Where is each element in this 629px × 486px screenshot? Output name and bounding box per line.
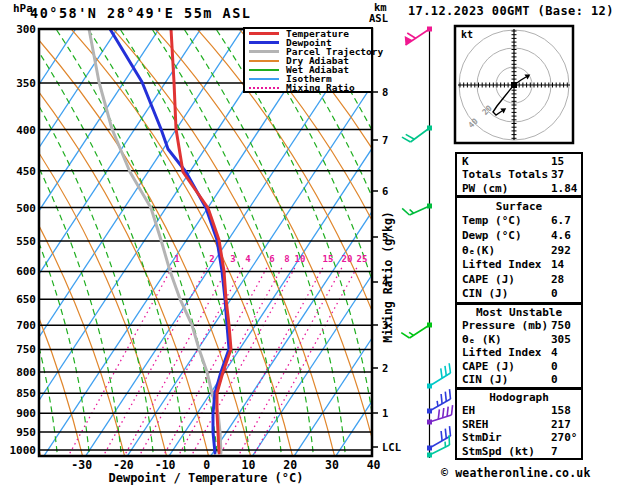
stat-label: PW (cm) bbox=[462, 182, 508, 195]
station-title: 40°58'N 28°49'E 55m ASL bbox=[30, 5, 251, 21]
stat-value: 158 bbox=[551, 404, 571, 417]
stat-row: θₑ (K)305 bbox=[457, 333, 581, 346]
legend: TemperatureDewpointParcel TrajectoryDry … bbox=[243, 27, 373, 93]
mixing-ratio-value-label: 6 bbox=[269, 254, 274, 264]
stat-row: StmDir270° bbox=[457, 431, 581, 444]
legend-item: Mixing Ratio bbox=[245, 83, 371, 92]
stat-value: 4.6 bbox=[551, 229, 571, 242]
stat-row: Temp (°C)6.7 bbox=[457, 214, 581, 227]
stat-value: 217 bbox=[551, 418, 571, 431]
stat-row: K15 bbox=[457, 155, 581, 168]
legend-swatch-dewpoint bbox=[249, 41, 279, 44]
stat-label: θₑ (K) bbox=[462, 333, 502, 346]
stat-label: Temp (°C) bbox=[462, 214, 522, 227]
stat-value: 4 bbox=[551, 346, 558, 359]
temperature-tick-label: -30 bbox=[71, 458, 92, 472]
pressure-tick-label: 700 bbox=[16, 319, 36, 332]
hodograph-unit-label: kt bbox=[461, 29, 473, 40]
stat-box-title: Surface bbox=[457, 200, 581, 213]
stat-box-hodograph: HodographEH158SREH217StmDir270°StmSpd (k… bbox=[455, 388, 583, 460]
stat-label: Dewp (°C) bbox=[462, 229, 522, 242]
stat-row: Pressure (mb)750 bbox=[457, 319, 581, 332]
stat-value: 270° bbox=[551, 431, 578, 444]
pressure-tick-label: 650 bbox=[16, 293, 36, 306]
legend-swatch-dry-adiabat bbox=[249, 60, 279, 62]
pressure-tick-label: 300 bbox=[16, 23, 36, 36]
stat-label: Totals Totals bbox=[462, 168, 548, 181]
temperature-tick-label: 10 bbox=[242, 458, 256, 472]
stat-value: 28 bbox=[551, 273, 564, 286]
pressure-tick-label: 1000 bbox=[10, 444, 37, 457]
stat-value: 305 bbox=[551, 333, 571, 346]
stat-label: Lifted Index bbox=[462, 258, 541, 271]
stat-label: StmSpd (kt) bbox=[462, 445, 535, 458]
legend-swatch-isotherm bbox=[249, 78, 279, 80]
skewt-chart-page: 3003504004505005506006507007508008509009… bbox=[0, 0, 629, 486]
pressure-tick-label: 400 bbox=[16, 124, 36, 137]
stat-row: StmSpd (kt)7 bbox=[457, 445, 581, 458]
copyright: © weatheronline.co.uk bbox=[441, 466, 591, 480]
mixing-ratio-value-label: 2 bbox=[209, 254, 214, 264]
temperature-tick-label: 20 bbox=[283, 458, 297, 472]
stat-row: CAPE (J)0 bbox=[457, 360, 581, 373]
stat-row: CIN (J)0 bbox=[457, 287, 581, 300]
legend-swatch-parcel-trajectory bbox=[249, 50, 279, 53]
x-axis-label: Dewpoint / Temperature (°C) bbox=[108, 471, 303, 485]
wind-barb bbox=[427, 363, 451, 388]
pressure-tick-label: 550 bbox=[16, 235, 36, 248]
stat-value: 37 bbox=[551, 168, 564, 181]
stat-label: SREH bbox=[462, 418, 489, 431]
temperature-tick-label: -10 bbox=[155, 458, 176, 472]
km-tick-label: 8 bbox=[382, 86, 388, 98]
lcl-label: LCL bbox=[382, 441, 401, 453]
mixing-ratio-value-label: 25 bbox=[357, 254, 368, 264]
stat-value: 750 bbox=[551, 319, 571, 332]
km-tick-label: 6 bbox=[382, 185, 388, 197]
stat-label: K bbox=[462, 155, 469, 168]
mixing-ratio-value-label: 3 bbox=[230, 254, 235, 264]
km-tick-label: 2 bbox=[382, 362, 388, 374]
stat-box-title: Most Unstable bbox=[457, 306, 581, 319]
legend-label: Mixing Ratio bbox=[286, 83, 355, 92]
stat-row: PW (cm)1.84 bbox=[457, 182, 581, 195]
stat-label: Pressure (mb) bbox=[462, 319, 548, 332]
mixing-ratio-value-label: 4 bbox=[245, 254, 251, 264]
stat-value: 0 bbox=[551, 360, 558, 373]
pressure-tick-label: 800 bbox=[16, 366, 36, 379]
stat-row: Lifted Index4 bbox=[457, 346, 581, 359]
mixing-ratio-value-label: 8 bbox=[284, 254, 289, 264]
pressure-tick-label: 450 bbox=[16, 165, 36, 178]
wind-barb bbox=[402, 204, 432, 216]
mixing-ratio-value-label: 15 bbox=[323, 254, 334, 264]
stat-label: EH bbox=[462, 404, 475, 417]
pressure-tick-label: 900 bbox=[16, 407, 36, 420]
stat-label: StmDir bbox=[462, 431, 502, 444]
stat-label: CAPE (J) bbox=[462, 273, 515, 286]
mixing-ratio-value-label: 20 bbox=[342, 254, 353, 264]
stat-row: CIN (J)0 bbox=[457, 373, 581, 386]
legend-swatch-mixing-ratio bbox=[249, 87, 279, 89]
stat-row: CAPE (J)28 bbox=[457, 273, 581, 286]
stat-box-surface: SurfaceTemp (°C)6.7Dewp (°C)4.6θₑ(K)292L… bbox=[455, 196, 583, 304]
stat-row: EH158 bbox=[457, 404, 581, 417]
stat-label: CIN (J) bbox=[462, 287, 508, 300]
wind-barb bbox=[427, 405, 453, 424]
stat-box-most-unstable: Most UnstablePressure (mb)750θₑ (K)305Li… bbox=[455, 303, 583, 389]
stat-label: Lifted Index bbox=[462, 346, 541, 359]
stat-value: 0 bbox=[551, 287, 558, 300]
wind-barb bbox=[402, 126, 432, 143]
stat-label: CAPE (J) bbox=[462, 360, 515, 373]
temperature-tick-label: 0 bbox=[203, 458, 210, 472]
stat-row: SREH217 bbox=[457, 418, 581, 431]
pressure-tick-label: 500 bbox=[16, 202, 36, 215]
pressure-tick-label: 600 bbox=[16, 265, 36, 278]
legend-swatch-wet-adiabat bbox=[249, 69, 279, 71]
stat-row: Totals Totals37 bbox=[457, 168, 581, 181]
stat-value: 292 bbox=[551, 244, 571, 257]
wind-barb bbox=[401, 323, 432, 339]
stat-row: Dewp (°C)4.6 bbox=[457, 229, 581, 242]
pressure-tick-label: 850 bbox=[16, 387, 36, 400]
valid-datetime: 17.12.2023 00GMT (Base: 12) bbox=[408, 4, 614, 18]
wind-barb-column bbox=[401, 27, 452, 459]
stat-value: 7 bbox=[551, 445, 558, 458]
